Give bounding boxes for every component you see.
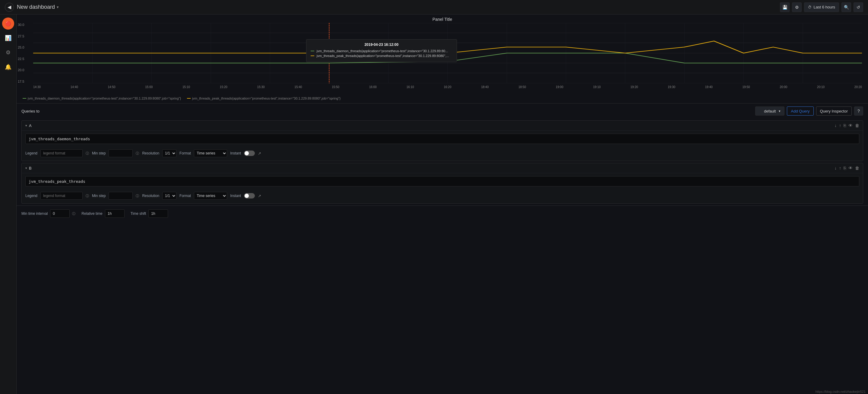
delete-icon-b[interactable]: 🗑	[855, 165, 859, 171]
dashboard-title: New dashboard ▾	[17, 4, 59, 10]
min-step-label-a: Min step	[92, 151, 105, 155]
bottom-options: Min time interval ⓘ Relative time Time s…	[17, 206, 868, 221]
query-input-b[interactable]	[25, 176, 859, 186]
legend-info-icon-b[interactable]: ⓘ	[86, 194, 89, 198]
format-label-a: Format	[180, 151, 191, 155]
move-up-icon-b[interactable]: ↑	[839, 165, 841, 171]
instant-toggle-b[interactable]	[244, 193, 255, 199]
sidebar-item-grafana[interactable]: 🔴	[2, 18, 14, 30]
instant-toggle-a[interactable]	[244, 151, 255, 156]
back-button[interactable]: ◀	[5, 3, 14, 12]
legend-label-b: Legend	[25, 194, 37, 198]
dashboard-title-arrow[interactable]: ▾	[57, 5, 59, 9]
instant-label-a: Instant	[230, 151, 241, 155]
settings-button[interactable]: ⚙	[792, 2, 802, 12]
min-step-info-icon-a[interactable]: ⓘ	[136, 151, 139, 156]
legend-input-b[interactable]	[40, 192, 83, 200]
dashboard-name: New dashboard	[17, 4, 55, 10]
ext-link-icon-b[interactable]: ↗	[258, 194, 261, 198]
legend-input-a[interactable]	[40, 149, 83, 157]
datasource-button[interactable]: default ▾	[755, 107, 784, 116]
relative-time-group: Relative time	[82, 209, 124, 218]
format-select-b[interactable]: Time series Table Heatmap	[194, 192, 227, 200]
legend-info-icon-a[interactable]: ⓘ	[86, 151, 89, 156]
refresh-button[interactable]: ↺	[854, 2, 863, 12]
datasource-arrow: ▾	[779, 109, 780, 113]
sidebar: 🔴 📊 ⚙ 🔔	[0, 14, 17, 394]
tooltip-text-2: jvm_threads_peak_threads{application="pr…	[317, 54, 449, 58]
min-step-label-b: Min step	[92, 194, 105, 198]
hide-icon-a[interactable]: 👁	[848, 123, 852, 128]
legend-label-daemon: jvm_threads_daemon_threads{application="…	[28, 96, 181, 100]
query-id-b: B	[29, 166, 32, 171]
sidebar-item-settings[interactable]: ⚙	[2, 47, 14, 59]
min-time-interval-input[interactable]	[50, 209, 70, 218]
tooltip-time: 2019-04-23 16:12:00	[311, 42, 453, 47]
sidebar-item-bell[interactable]: 🔔	[2, 61, 14, 73]
relative-time-input[interactable]	[105, 209, 125, 218]
min-time-interval-info[interactable]: ⓘ	[72, 211, 75, 216]
top-bar: ◀ New dashboard ▾ 💾 ⚙ ⏱ Last 6 hours 🔍 ↺	[0, 0, 868, 14]
tooltip-row-1: jvm_threads_daemon_threads{application="…	[311, 49, 453, 53]
query-block-b-header: ▾ B ↓ ↑ ⎘ 👁 🗑	[22, 163, 863, 173]
query-block-b: ▾ B ↓ ↑ ⎘ 👁 🗑 Legend	[22, 163, 863, 204]
legend-color-daemon	[23, 98, 26, 99]
move-down-icon-b[interactable]: ↓	[835, 165, 837, 171]
collapse-icon-b[interactable]: ▾	[25, 166, 27, 170]
min-step-input-a[interactable]	[108, 149, 133, 157]
query-options-row-b: Legend ⓘ Min step ⓘ Resolution 1/1 1/2 1…	[22, 189, 863, 203]
delete-icon-a[interactable]: 🗑	[855, 123, 859, 128]
query-label-b: ▾ B	[25, 166, 32, 171]
query-block-a: ▾ A ↓ ↑ ⎘ 👁 🗑 Legend	[22, 120, 863, 161]
chart-legend: jvm_threads_daemon_threads{application="…	[17, 95, 868, 101]
format-select-a[interactable]: Time series Table Heatmap	[194, 149, 227, 157]
chart-tooltip: 2019-04-23 16:12:00 jvm_threads_daemon_t…	[306, 39, 457, 62]
datasource-name: default	[764, 109, 776, 114]
copy-icon-b[interactable]: ⎘	[843, 165, 846, 171]
resolution-select-b[interactable]: 1/1 1/2 1/4	[162, 192, 177, 200]
min-step-info-icon-b[interactable]: ⓘ	[136, 194, 139, 198]
query-input-a[interactable]	[25, 134, 859, 144]
hide-icon-b[interactable]: 👁	[848, 165, 852, 171]
query-area: Queries to default ▾ Add Query Query Ins…	[17, 103, 868, 394]
instant-label-b: Instant	[230, 194, 241, 198]
query-label-a: ▾ A	[25, 123, 32, 128]
url-text: https://blog.csdn.net/zhaokejin521	[815, 390, 866, 393]
search-button[interactable]: 🔍	[841, 2, 851, 12]
ext-link-icon-a[interactable]: ↗	[258, 151, 261, 156]
legend-label-peak: jvm_threads_peak_threads{application="pr…	[192, 96, 341, 100]
legend-item-peak: jvm_threads_peak_threads{application="pr…	[187, 96, 341, 100]
query-actions-a: ↓ ↑ ⎘ 👁 🗑	[835, 123, 859, 128]
copy-icon-a[interactable]: ⎘	[843, 123, 846, 128]
move-up-icon-a[interactable]: ↑	[839, 123, 841, 128]
resolution-select-a[interactable]: 1/1 1/2 1/4	[162, 149, 177, 157]
legend-color-peak	[187, 98, 191, 99]
query-inspector-button[interactable]: Query Inspector	[816, 107, 852, 116]
toggle-knob-b	[245, 194, 249, 198]
save-button[interactable]: 💾	[780, 2, 789, 12]
sidebar-item-chart[interactable]: 📊	[2, 32, 14, 44]
query-options-row-a: Legend ⓘ Min step ⓘ Resolution 1/1 1/2 1…	[22, 147, 863, 161]
min-step-input-b[interactable]	[108, 192, 133, 200]
url-bar: https://blog.csdn.net/zhaokejin521	[813, 389, 868, 394]
chart-area: Panel Title 30.0 27.5 25.0 22.5 20.0 17.…	[17, 14, 868, 103]
tooltip-text-1: jvm_threads_daemon_threads{application="…	[317, 49, 448, 53]
query-input-row-b	[22, 173, 863, 189]
move-down-icon-a[interactable]: ↓	[835, 123, 837, 128]
legend-item-daemon: jvm_threads_daemon_threads{application="…	[23, 96, 181, 100]
help-button[interactable]: ?	[854, 107, 863, 116]
time-range-label: Last 6 hours	[813, 5, 835, 9]
resolution-label-a: Resolution	[142, 151, 159, 155]
relative-time-label: Relative time	[82, 211, 102, 216]
main-content: Panel Title 30.0 27.5 25.0 22.5 20.0 17.…	[17, 14, 868, 394]
y-axis-labels: 30.0 27.5 25.0 22.5 20.0 17.5	[18, 23, 24, 83]
top-bar-left: ◀ New dashboard ▾	[5, 3, 59, 12]
collapse-icon-a[interactable]: ▾	[25, 124, 27, 128]
time-shift-input[interactable]	[148, 209, 168, 218]
time-shift-label: Time shift	[131, 211, 146, 216]
layout: 🔴 📊 ⚙ 🔔 Panel Title 30.0 27.5 25.0 22.5 …	[0, 14, 868, 394]
time-range-button[interactable]: ⏱ Last 6 hours	[804, 2, 839, 12]
panel-title: Panel Title	[17, 14, 868, 23]
query-input-row-a	[22, 131, 863, 147]
add-query-button[interactable]: Add Query	[787, 107, 813, 116]
